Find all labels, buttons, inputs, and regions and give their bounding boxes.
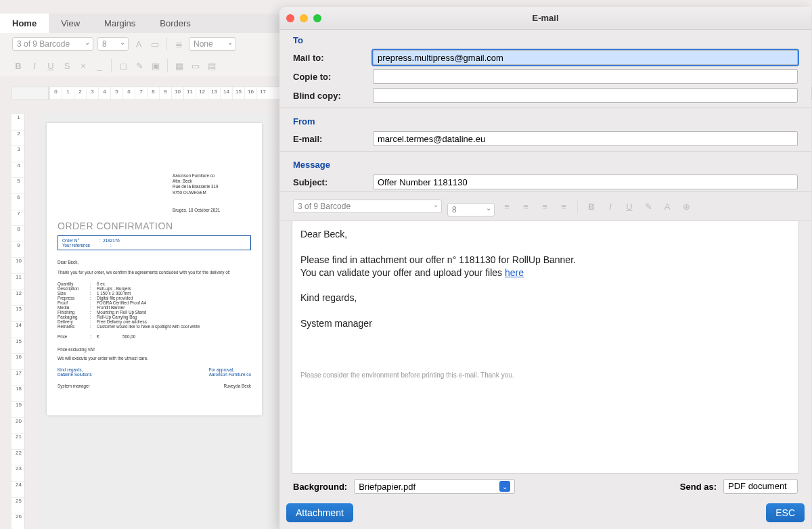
- document-page: Aaronson Furniture coAttn. BeckRue de la…: [47, 123, 262, 415]
- msg-font-select[interactable]: 3 of 9 Barcode: [293, 200, 442, 213]
- format-toolbar: B I U S × _ ◻ ✎ ▣ ▦ ▭ ▤: [0, 55, 284, 76]
- message-body[interactable]: Dear Beck, Please find in attachment our…: [292, 221, 799, 474]
- sm-block: System managerRuveyda Beck: [58, 384, 251, 388]
- document-editor: HomeViewMarginsBorders 3 of 9 Barcode 8 …: [0, 14, 284, 76]
- clear-icon[interactable]: ×: [77, 60, 89, 72]
- doc-greeting: Dear Beck,: [58, 260, 251, 264]
- body-line1: Please find in attachment our offer n° 1…: [300, 254, 790, 267]
- image-icon[interactable]: ▭: [189, 60, 202, 72]
- window-title: E-mail: [279, 13, 811, 23]
- message-toolbar: 3 of 9 Barcode 8 ≡ ≡ ≡ ≡ B I U ✎ A ⊕: [279, 191, 811, 221]
- underline-icon[interactable]: U: [45, 60, 57, 72]
- bottom-row: Background: Briefpapier.pdf ⌄ Send as: P…: [279, 474, 811, 499]
- body-greeting: Dear Beck,: [300, 228, 790, 241]
- editor-tabs: HomeViewMarginsBorders: [0, 14, 284, 33]
- document-date: Bruges, 18 October 2021: [173, 208, 251, 212]
- font-color-icon[interactable]: A: [133, 38, 145, 50]
- font-color-icon[interactable]: A: [660, 200, 674, 213]
- price-row: Price: € 500,00: [58, 334, 251, 339]
- body-footer: Please consider the environment before p…: [300, 371, 790, 380]
- color-icon[interactable]: ▣: [150, 60, 162, 72]
- bold-icon[interactable]: B: [585, 200, 598, 213]
- execute-line: We will execute your order with the utmo…: [58, 356, 251, 361]
- italic-icon[interactable]: I: [28, 60, 41, 72]
- tab-borders[interactable]: Borders: [148, 14, 203, 33]
- doc-details: Quantity:6 ex.Description:Roll-ups - Bur…: [58, 281, 251, 329]
- shape-icon[interactable]: ◻: [117, 60, 129, 72]
- addressee-block: Aaronson Furniture coAttn. BeckRue de la…: [173, 173, 251, 196]
- order-label: Order N°: [62, 238, 79, 243]
- action-bar: Attachment ESC: [279, 499, 811, 529]
- align-left-icon[interactable]: ≡: [500, 200, 514, 213]
- align-center-icon[interactable]: ≡: [519, 200, 533, 213]
- subject-label: Subject:: [293, 177, 373, 187]
- table-icon[interactable]: ▦: [173, 60, 185, 72]
- strike-icon[interactable]: S: [61, 60, 73, 72]
- signature-block: Kind regards,Dataline Solutions For appr…: [58, 367, 251, 377]
- font-size-select[interactable]: 8: [97, 37, 129, 51]
- ref-label: Your reference: [62, 243, 90, 248]
- to-section-label: To: [279, 30, 811, 48]
- bcc-input[interactable]: [373, 88, 798, 103]
- ex-vat: Price excluding VAT: [58, 347, 251, 352]
- tab-home[interactable]: Home: [0, 14, 49, 33]
- from-input[interactable]: [373, 131, 798, 146]
- background-label: Background:: [293, 482, 347, 492]
- order-value: 2182176: [103, 238, 120, 243]
- body-signature: System manager: [300, 317, 790, 330]
- chevron-down-icon[interactable]: ⌄: [499, 481, 510, 492]
- subject-input[interactable]: [373, 175, 798, 189]
- doc-intro: Thank you for your order, we confirm the…: [58, 270, 251, 275]
- background-value: Briefpapier.pdf: [359, 482, 415, 492]
- sendas-label: Send as:: [680, 482, 717, 492]
- message-section-label: Message: [279, 154, 811, 172]
- bold-icon[interactable]: B: [12, 60, 24, 72]
- tab-margins[interactable]: Margins: [92, 14, 148, 33]
- sendas-select[interactable]: PDF document: [723, 479, 798, 494]
- tab-view[interactable]: View: [49, 14, 92, 33]
- font-toolbar: 3 of 9 Barcode 8 A ▭ ≣ None: [0, 33, 284, 55]
- email-window: E-mail To Mail to: Copie to: Blind copy:…: [279, 7, 811, 529]
- attachment-button[interactable]: Attachment: [286, 503, 353, 522]
- from-section-label: From: [279, 111, 811, 129]
- esc-button[interactable]: ESC: [766, 503, 805, 522]
- titlebar: E-mail: [279, 7, 811, 30]
- background-select[interactable]: Briefpapier.pdf ⌄: [354, 479, 515, 494]
- list-icon[interactable]: ≣: [173, 38, 185, 50]
- link-icon[interactable]: ⊕: [679, 200, 693, 213]
- font-select[interactable]: 3 of 9 Barcode: [12, 37, 93, 51]
- copie-input[interactable]: [373, 69, 798, 84]
- align-justify-icon[interactable]: ≡: [557, 200, 570, 213]
- italic-icon[interactable]: I: [604, 200, 617, 213]
- align-right-icon[interactable]: ≡: [538, 200, 551, 213]
- msg-size-select[interactable]: 8: [447, 203, 495, 216]
- validate-link[interactable]: here: [505, 267, 524, 278]
- chart-icon[interactable]: ▤: [206, 60, 218, 72]
- from-label: E-mail:: [293, 134, 373, 144]
- bcc-label: Blind copy:: [293, 91, 373, 101]
- line-spacing-select[interactable]: None: [189, 37, 236, 51]
- highlight-icon[interactable]: ▭: [149, 38, 161, 50]
- format-icon[interactable]: ✎: [641, 200, 655, 213]
- document-title: ORDER CONFIRMATION: [58, 221, 251, 231]
- reference-box: Order N°: 2182176 Your reference:: [58, 235, 251, 250]
- subscript-icon[interactable]: _: [93, 60, 106, 72]
- mailto-input[interactable]: [373, 50, 798, 65]
- copie-label: Copie to:: [293, 72, 373, 82]
- body-line2: You can validate your offer and upload y…: [300, 267, 790, 279]
- ruler-corner: [12, 87, 49, 100]
- draw-icon[interactable]: ✎: [133, 60, 145, 72]
- body-regards: Kind regards,: [300, 292, 790, 304]
- underline-icon[interactable]: U: [623, 200, 636, 213]
- mailto-label: Mail to:: [293, 53, 373, 63]
- ruler-vertical: 1234567891011121314151617181920212223242…: [12, 114, 25, 529]
